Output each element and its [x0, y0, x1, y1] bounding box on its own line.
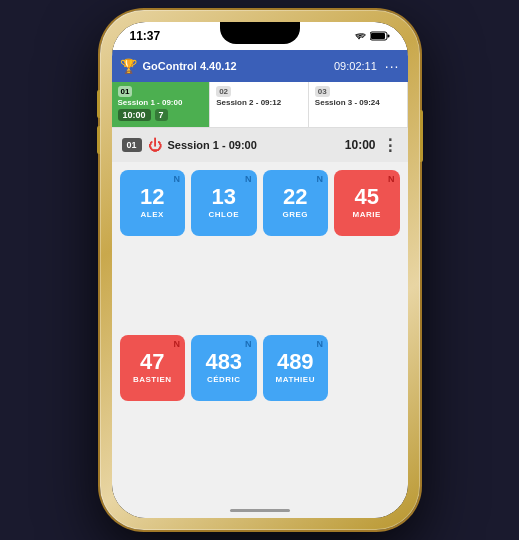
home-indicator	[230, 509, 290, 512]
player-card-corner-n: N	[245, 174, 252, 184]
player-name: CHLOE	[209, 210, 240, 219]
session-control-num: 01	[122, 138, 142, 152]
svg-rect-1	[387, 35, 389, 38]
power-button[interactable]	[420, 110, 423, 162]
player-number: 22	[283, 186, 307, 208]
session-tab-2[interactable]: 02 Session 2 - 09:12	[210, 82, 309, 127]
session-control-time: 10:00	[345, 138, 376, 152]
volume-up-button[interactable]	[97, 90, 100, 118]
app-header: 🏆 GoControl 4.40.12 09:02:11 ···	[112, 50, 408, 82]
session-control-bar: 01 ⏻ Session 1 - 09:00 10:00 ⋮	[112, 128, 408, 162]
player-card-cédric[interactable]: N483CÉDRIC	[191, 335, 257, 401]
power-icon[interactable]: ⏻	[148, 137, 162, 153]
session-tab-2-label: Session 2 - 09:12	[216, 98, 281, 107]
player-card-bastien[interactable]: N47BASTIEN	[120, 335, 186, 401]
status-time: 11:37	[130, 29, 161, 43]
session-tab-3-label: Session 3 - 09:24	[315, 98, 380, 107]
session-control-name: Session 1 - 09:00	[168, 139, 339, 151]
session-tab-3-num: 03	[315, 86, 330, 97]
player-name: MARIE	[353, 210, 381, 219]
session-tab-1-info: 10:00 7	[118, 109, 168, 121]
player-card-greg[interactable]: N22GREG	[263, 170, 329, 236]
app-logo-icon: 🏆	[120, 58, 137, 74]
app-time: 09:02:11	[334, 60, 377, 72]
player-card-marie[interactable]: N45MARIE	[334, 170, 400, 236]
player-number: 489	[277, 351, 314, 373]
session-menu-button[interactable]: ⋮	[382, 136, 398, 155]
player-number: 47	[140, 351, 164, 373]
player-card-chloe[interactable]: N13CHLOE	[191, 170, 257, 236]
player-name: MATHIEU	[276, 375, 315, 384]
player-name: BASTIEN	[133, 375, 172, 384]
player-number: 12	[140, 186, 164, 208]
volume-down-button[interactable]	[97, 126, 100, 154]
session-tab-1-count: 7	[155, 109, 168, 121]
player-number: 483	[205, 351, 242, 373]
app-screen: 11:37 🏆	[112, 22, 408, 518]
player-card-corner-n: N	[388, 174, 395, 184]
phone-frame: 11:37 🏆	[100, 10, 420, 530]
player-card-corner-n: N	[317, 174, 324, 184]
session-tab-1-timer: 10:00	[118, 109, 151, 121]
session-tab-1-num: 01	[118, 86, 133, 97]
app-title: GoControl 4.40.12	[143, 60, 335, 72]
notch	[220, 22, 300, 44]
session-tab-1[interactable]: 01 Session 1 - 09:00 10:00 7	[112, 82, 211, 127]
player-number: 13	[212, 186, 236, 208]
player-card-corner-n: N	[174, 174, 181, 184]
phone-screen: 11:37 🏆	[112, 22, 408, 518]
player-name: ALEX	[141, 210, 164, 219]
battery-icon	[370, 31, 390, 41]
player-card-alex[interactable]: N12ALEX	[120, 170, 186, 236]
more-options-button[interactable]: ···	[385, 58, 400, 74]
bottom-bar	[112, 502, 408, 518]
player-name: GREG	[282, 210, 308, 219]
session-tab-3[interactable]: 03 Session 3 - 09:24	[309, 82, 408, 127]
session-tab-1-label: Session 1 - 09:00	[118, 98, 183, 107]
player-grid: N12ALEXN13CHLOEN22GREGN45MARIEN47BASTIEN…	[112, 162, 408, 502]
status-icons	[352, 31, 390, 41]
player-card-mathieu[interactable]: N489MATHIEU	[263, 335, 329, 401]
player-card-corner-n: N	[245, 339, 252, 349]
session-tabs: 01 Session 1 - 09:00 10:00 7 02 Session …	[112, 82, 408, 128]
svg-rect-2	[371, 33, 385, 39]
player-number: 45	[355, 186, 379, 208]
wifi-icon	[352, 31, 366, 41]
player-card-corner-n: N	[317, 339, 324, 349]
player-card-corner-n: N	[174, 339, 181, 349]
session-tab-2-num: 02	[216, 86, 231, 97]
player-name: CÉDRIC	[207, 375, 241, 384]
